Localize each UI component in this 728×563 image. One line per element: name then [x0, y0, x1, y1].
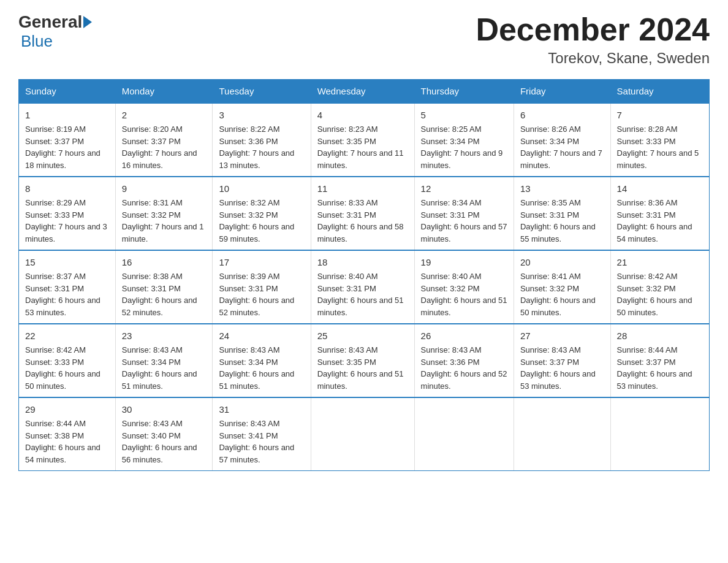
logo-blue-text: Blue	[21, 32, 53, 50]
day-info: Sunrise: 8:31 AMSunset: 3:32 PMDaylight:…	[122, 198, 204, 243]
calendar-day-cell: 20 Sunrise: 8:41 AMSunset: 3:32 PMDaylig…	[514, 250, 610, 324]
calendar-day-cell: 13 Sunrise: 8:35 AMSunset: 3:31 PMDaylig…	[514, 177, 610, 250]
header-friday: Friday	[514, 80, 610, 104]
calendar-week-row: 15 Sunrise: 8:37 AMSunset: 3:31 PMDaylig…	[19, 250, 710, 324]
day-number: 20	[520, 256, 604, 269]
day-info: Sunrise: 8:43 AMSunset: 3:35 PMDaylight:…	[317, 345, 404, 391]
logo: General Blue	[18, 12, 93, 51]
day-number: 23	[122, 329, 207, 343]
day-number: 16	[122, 256, 207, 269]
day-info: Sunrise: 8:28 AMSunset: 3:33 PMDaylight:…	[617, 124, 699, 170]
day-info: Sunrise: 8:43 AMSunset: 3:41 PMDaylight:…	[219, 419, 294, 464]
header-saturday: Saturday	[610, 80, 709, 104]
calendar-header-row: Sunday Monday Tuesday Wednesday Thursday…	[19, 80, 710, 104]
day-info: Sunrise: 8:22 AMSunset: 3:36 PMDaylight:…	[219, 124, 294, 170]
day-info: Sunrise: 8:35 AMSunset: 3:31 PMDaylight:…	[520, 198, 596, 243]
day-info: Sunrise: 8:38 AMSunset: 3:31 PMDaylight:…	[122, 272, 197, 317]
calendar-day-cell: 4 Sunrise: 8:23 AMSunset: 3:35 PMDayligh…	[311, 103, 414, 177]
calendar-day-cell: 21 Sunrise: 8:42 AMSunset: 3:32 PMDaylig…	[610, 250, 709, 324]
day-number: 8	[25, 182, 109, 196]
header-wednesday: Wednesday	[311, 80, 414, 104]
day-info: Sunrise: 8:23 AMSunset: 3:35 PMDaylight:…	[317, 124, 404, 170]
day-info: Sunrise: 8:41 AMSunset: 3:32 PMDaylight:…	[520, 272, 596, 317]
day-number: 5	[421, 109, 507, 122]
day-number: 22	[25, 329, 109, 343]
calendar-day-cell: 16 Sunrise: 8:38 AMSunset: 3:31 PMDaylig…	[115, 250, 213, 324]
day-number: 14	[617, 182, 703, 196]
calendar-week-row: 8 Sunrise: 8:29 AMSunset: 3:33 PMDayligh…	[19, 177, 710, 250]
month-title: December 2024	[476, 12, 710, 47]
calendar-day-cell: 10 Sunrise: 8:32 AMSunset: 3:32 PMDaylig…	[213, 177, 311, 250]
calendar-day-cell: 3 Sunrise: 8:22 AMSunset: 3:36 PMDayligh…	[213, 103, 311, 177]
header-monday: Monday	[115, 80, 213, 104]
calendar-day-cell: 17 Sunrise: 8:39 AMSunset: 3:31 PMDaylig…	[213, 250, 311, 324]
calendar-day-cell: 9 Sunrise: 8:31 AMSunset: 3:32 PMDayligh…	[115, 177, 213, 250]
day-number: 30	[122, 403, 207, 416]
calendar-day-cell: 15 Sunrise: 8:37 AMSunset: 3:31 PMDaylig…	[19, 250, 116, 324]
calendar-day-cell: 11 Sunrise: 8:33 AMSunset: 3:31 PMDaylig…	[311, 177, 414, 250]
day-info: Sunrise: 8:43 AMSunset: 3:37 PMDaylight:…	[520, 345, 596, 391]
calendar-day-cell: 23 Sunrise: 8:43 AMSunset: 3:34 PMDaylig…	[115, 324, 213, 397]
day-info: Sunrise: 8:42 AMSunset: 3:32 PMDaylight:…	[617, 272, 692, 317]
day-info: Sunrise: 8:42 AMSunset: 3:33 PMDaylight:…	[25, 345, 100, 391]
day-info: Sunrise: 8:29 AMSunset: 3:33 PMDaylight:…	[25, 198, 107, 243]
day-info: Sunrise: 8:32 AMSunset: 3:32 PMDaylight:…	[219, 198, 294, 243]
calendar-day-cell: 30 Sunrise: 8:43 AMSunset: 3:40 PMDaylig…	[115, 397, 213, 471]
day-number: 17	[219, 256, 304, 269]
day-number: 24	[219, 329, 304, 343]
day-number: 21	[617, 256, 703, 269]
day-info: Sunrise: 8:34 AMSunset: 3:31 PMDaylight:…	[421, 198, 507, 243]
day-number: 11	[317, 182, 408, 196]
calendar-day-cell: 2 Sunrise: 8:20 AMSunset: 3:37 PMDayligh…	[115, 103, 213, 177]
day-info: Sunrise: 8:37 AMSunset: 3:31 PMDaylight:…	[25, 272, 100, 317]
day-info: Sunrise: 8:20 AMSunset: 3:37 PMDaylight:…	[122, 124, 197, 170]
day-info: Sunrise: 8:40 AMSunset: 3:31 PMDaylight:…	[317, 272, 404, 317]
day-number: 27	[520, 329, 604, 343]
calendar-day-cell: 18 Sunrise: 8:40 AMSunset: 3:31 PMDaylig…	[311, 250, 414, 324]
day-number: 26	[421, 329, 507, 343]
calendar-day-cell: 14 Sunrise: 8:36 AMSunset: 3:31 PMDaylig…	[610, 177, 709, 250]
header-tuesday: Tuesday	[213, 80, 311, 104]
day-info: Sunrise: 8:33 AMSunset: 3:31 PMDaylight:…	[317, 198, 404, 243]
calendar-day-cell: 24 Sunrise: 8:43 AMSunset: 3:34 PMDaylig…	[213, 324, 311, 397]
day-number: 29	[25, 403, 109, 416]
calendar-day-cell: 22 Sunrise: 8:42 AMSunset: 3:33 PMDaylig…	[19, 324, 116, 397]
day-info: Sunrise: 8:44 AMSunset: 3:37 PMDaylight:…	[617, 345, 692, 391]
calendar-week-row: 1 Sunrise: 8:19 AMSunset: 3:37 PMDayligh…	[19, 103, 710, 177]
day-info: Sunrise: 8:26 AMSunset: 3:34 PMDaylight:…	[520, 124, 602, 170]
calendar-day-cell: 28 Sunrise: 8:44 AMSunset: 3:37 PMDaylig…	[610, 324, 709, 397]
day-info: Sunrise: 8:43 AMSunset: 3:34 PMDaylight:…	[122, 345, 197, 391]
calendar-day-cell: 8 Sunrise: 8:29 AMSunset: 3:33 PMDayligh…	[19, 177, 116, 250]
day-number: 19	[421, 256, 507, 269]
calendar-day-cell: 26 Sunrise: 8:43 AMSunset: 3:36 PMDaylig…	[414, 324, 514, 397]
day-number: 9	[122, 182, 207, 196]
day-number: 13	[520, 182, 604, 196]
day-number: 6	[520, 109, 604, 122]
day-info: Sunrise: 8:44 AMSunset: 3:38 PMDaylight:…	[25, 419, 100, 464]
calendar-day-cell: 27 Sunrise: 8:43 AMSunset: 3:37 PMDaylig…	[514, 324, 610, 397]
day-number: 28	[617, 329, 703, 343]
day-info: Sunrise: 8:19 AMSunset: 3:37 PMDaylight:…	[25, 124, 100, 170]
header-thursday: Thursday	[414, 80, 514, 104]
day-info: Sunrise: 8:43 AMSunset: 3:34 PMDaylight:…	[219, 345, 294, 391]
day-info: Sunrise: 8:36 AMSunset: 3:31 PMDaylight:…	[617, 198, 692, 243]
title-section: December 2024 Torekov, Skane, Sweden	[476, 12, 710, 67]
day-number: 25	[317, 329, 408, 343]
logo-general-text: General	[18, 12, 82, 32]
day-number: 31	[219, 403, 304, 416]
day-number: 7	[617, 109, 703, 122]
day-info: Sunrise: 8:43 AMSunset: 3:40 PMDaylight:…	[122, 419, 197, 464]
day-number: 2	[122, 109, 207, 122]
logo-arrow-icon	[83, 16, 92, 28]
calendar-day-cell: 25 Sunrise: 8:43 AMSunset: 3:35 PMDaylig…	[311, 324, 414, 397]
day-info: Sunrise: 8:25 AMSunset: 3:34 PMDaylight:…	[421, 124, 503, 170]
day-number: 4	[317, 109, 408, 122]
calendar-day-cell	[414, 397, 514, 471]
day-number: 1	[25, 109, 109, 122]
calendar-day-cell: 19 Sunrise: 8:40 AMSunset: 3:32 PMDaylig…	[414, 250, 514, 324]
day-number: 12	[421, 182, 507, 196]
day-info: Sunrise: 8:39 AMSunset: 3:31 PMDaylight:…	[219, 272, 294, 317]
calendar-week-row: 22 Sunrise: 8:42 AMSunset: 3:33 PMDaylig…	[19, 324, 710, 397]
calendar-day-cell: 12 Sunrise: 8:34 AMSunset: 3:31 PMDaylig…	[414, 177, 514, 250]
calendar-day-cell: 5 Sunrise: 8:25 AMSunset: 3:34 PMDayligh…	[414, 103, 514, 177]
